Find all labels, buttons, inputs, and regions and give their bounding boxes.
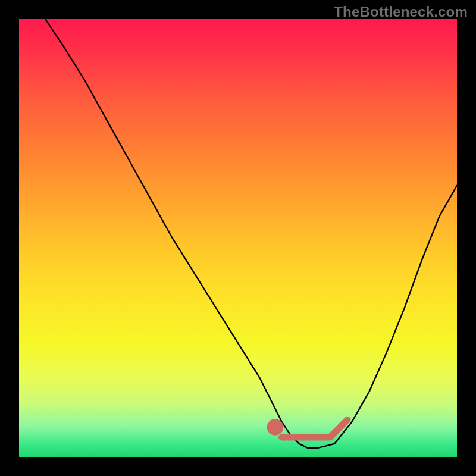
watermark-text: TheBottleneck.com: [334, 4, 468, 20]
bottleneck-plot-svg: [19, 19, 457, 457]
highlight-segment: [282, 419, 347, 437]
chart-area: [19, 19, 457, 457]
highlight-dot: [267, 419, 284, 436]
bottleneck-curve: [45, 19, 457, 448]
